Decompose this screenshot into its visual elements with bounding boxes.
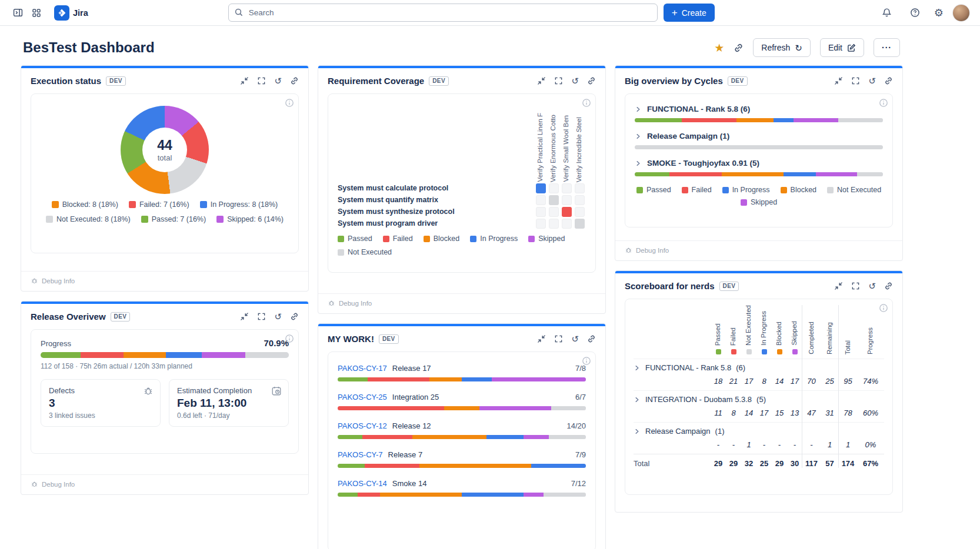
coverage-cell[interactable] xyxy=(562,219,572,229)
bar-segment-skipped xyxy=(794,118,838,122)
refresh-icon[interactable]: ↺ xyxy=(868,76,876,85)
collapse-icon[interactable] xyxy=(834,76,843,85)
refresh-icon[interactable]: ↺ xyxy=(274,76,282,85)
scoreboard-column-swatch xyxy=(762,349,767,354)
info-icon[interactable] xyxy=(879,98,888,108)
coverage-cell[interactable] xyxy=(536,219,546,229)
refresh-icon[interactable]: ↺ xyxy=(571,334,579,343)
copy-link-icon[interactable] xyxy=(734,43,744,53)
collapse-icon[interactable] xyxy=(240,312,249,321)
edit-button[interactable]: Edit xyxy=(820,38,864,57)
gadget-actions: ↺ xyxy=(240,312,299,321)
expand-icon[interactable] xyxy=(257,76,266,85)
link-icon[interactable] xyxy=(884,282,893,290)
link-icon[interactable] xyxy=(587,76,596,85)
refresh-icon[interactable]: ↺ xyxy=(571,76,579,85)
scoreboard-value: 14 xyxy=(745,409,753,417)
legend-swatch xyxy=(338,236,344,242)
issue-key-link[interactable]: PAKOS-CY-17 xyxy=(338,364,387,373)
bar-segment-in_progress xyxy=(531,464,586,468)
sidebar-toggle-icon[interactable] xyxy=(8,4,27,22)
scoreboard-group-row[interactable]: FUNCTIONAL - Rank 5.8(6) xyxy=(634,359,884,376)
bar-segment-blocked xyxy=(429,377,462,381)
issue-key-link[interactable]: PAKOS-CY-14 xyxy=(338,479,387,488)
create-button[interactable]: + Create xyxy=(664,4,715,22)
collapse-icon[interactable] xyxy=(537,76,546,85)
debug-info-button[interactable]: Debug Info xyxy=(21,474,308,494)
scoreboard-value: 95 xyxy=(844,377,852,386)
user-avatar[interactable] xyxy=(953,5,969,21)
estimated-completion-card[interactable]: Estimated Completion Feb 11, 13:00 0.6d … xyxy=(169,379,289,427)
scoreboard-value: - xyxy=(763,440,765,449)
favorite-star-icon[interactable]: ★ xyxy=(714,42,724,53)
cycle-header[interactable]: Release Campaign (1) xyxy=(635,132,883,140)
collapse-icon[interactable] xyxy=(240,76,249,85)
legend-swatch xyxy=(200,201,207,208)
notifications-bell-icon[interactable] xyxy=(878,4,896,22)
coverage-cell[interactable] xyxy=(536,207,546,217)
coverage-cell[interactable] xyxy=(536,183,546,193)
dev-badge: DEV xyxy=(719,282,739,291)
scoreboard-group-row[interactable]: INTEGRATION - Duobam 5.3.8(5) xyxy=(634,390,884,408)
coverage-cell[interactable] xyxy=(562,207,572,217)
app-switcher-icon[interactable] xyxy=(27,4,46,22)
jira-logo[interactable] xyxy=(54,5,69,21)
coverage-cell[interactable] xyxy=(549,183,559,193)
debug-info-button[interactable]: Debug Info xyxy=(318,293,605,313)
defects-card[interactable]: Defects 3 3 linked issues xyxy=(41,379,161,427)
scoreboard-column-header: Total xyxy=(839,340,857,354)
link-icon[interactable] xyxy=(290,76,299,85)
issue-key-link[interactable]: PAKOS-CY-25 xyxy=(338,393,387,401)
refresh-button[interactable]: Refresh ↻ xyxy=(753,38,811,57)
expand-icon[interactable] xyxy=(851,76,860,85)
expand-icon[interactable] xyxy=(257,312,266,321)
expand-icon[interactable] xyxy=(851,282,860,290)
coverage-cell[interactable] xyxy=(575,207,585,217)
collapse-icon[interactable] xyxy=(537,334,546,343)
settings-gear-icon[interactable]: ⚙ xyxy=(934,8,944,18)
scoreboard-group-row[interactable]: Release Campaign(1) xyxy=(634,422,884,440)
coverage-cell[interactable] xyxy=(549,207,559,217)
info-icon[interactable] xyxy=(582,98,591,108)
coverage-cell[interactable] xyxy=(562,183,572,193)
coverage-cell[interactable] xyxy=(549,219,559,229)
debug-info-button[interactable]: Debug Info xyxy=(21,271,308,291)
link-icon[interactable] xyxy=(884,76,893,85)
help-icon[interactable] xyxy=(906,4,925,22)
scoreboard-value: 18 xyxy=(714,377,722,386)
info-icon[interactable] xyxy=(582,356,591,366)
scoreboard-group-count: (6) xyxy=(736,363,745,372)
dev-badge: DEV xyxy=(379,334,399,344)
expand-icon[interactable] xyxy=(554,334,563,343)
collapse-icon[interactable] xyxy=(834,282,843,290)
debug-info-button[interactable]: Debug Info xyxy=(615,240,902,260)
bug-icon xyxy=(31,480,38,488)
coverage-cell-wrap xyxy=(560,182,573,194)
refresh-icon[interactable]: ↺ xyxy=(274,312,282,321)
cycle-row: SMOKE - Toughjoyfax 0.91 (5) xyxy=(635,159,883,176)
coverage-cell[interactable] xyxy=(575,219,585,229)
big-overview-legend-line1: PassedFailedIn ProgressBlockedNot Execut… xyxy=(635,186,883,194)
coverage-cell[interactable] xyxy=(549,195,559,205)
link-icon[interactable] xyxy=(587,334,596,343)
info-icon[interactable] xyxy=(285,98,294,108)
issue-key-link[interactable]: PAKOS-CY-12 xyxy=(338,421,387,430)
coverage-cell[interactable] xyxy=(562,195,572,205)
cycle-header[interactable]: FUNCTIONAL - Rank 5.8 (6) xyxy=(635,105,883,113)
scoreboard-value: 0% xyxy=(865,440,876,449)
expand-icon[interactable] xyxy=(554,76,563,85)
coverage-cell-wrap xyxy=(560,194,573,206)
coverage-cell[interactable] xyxy=(536,195,546,205)
cycle-header[interactable]: SMOKE - Toughjoyfax 0.91 (5) xyxy=(635,159,883,168)
coverage-cell[interactable] xyxy=(575,195,585,205)
link-icon[interactable] xyxy=(290,312,299,321)
legend-item: In Progress xyxy=(470,235,518,243)
info-icon[interactable] xyxy=(285,334,294,343)
coverage-cell-wrap xyxy=(534,206,547,217)
refresh-icon[interactable]: ↺ xyxy=(868,282,876,290)
more-button[interactable]: ··· xyxy=(874,38,900,57)
issue-key-link[interactable]: PAKOS-CY-7 xyxy=(338,450,383,459)
coverage-cell[interactable] xyxy=(575,183,585,193)
gadget-scoreboard: Scoreboard for nerds DEV ↺ PassedFailedN… xyxy=(615,270,903,513)
search-input[interactable] xyxy=(228,4,658,22)
